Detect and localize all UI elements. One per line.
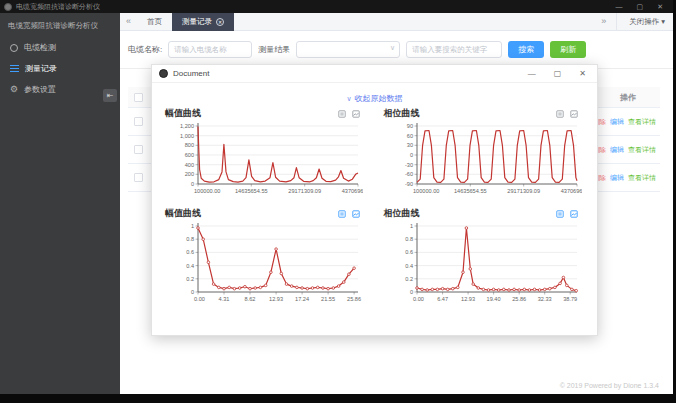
edit-link[interactable]: 编辑	[610, 173, 624, 183]
tabs-scroll-left-icon[interactable]: «	[120, 17, 137, 26]
sidebar-item-label: 参数设置	[24, 84, 56, 95]
svg-text:32.33: 32.33	[537, 296, 551, 302]
svg-text:0.4: 0.4	[405, 263, 413, 269]
svg-text:8.62: 8.62	[245, 296, 256, 302]
cable-name-label: 电缆名称:	[128, 44, 162, 55]
sidebar-item-settings[interactable]: ⚙ 参数设置	[0, 79, 120, 100]
maximize-icon[interactable]: ▢	[637, 3, 644, 10]
minimize-icon[interactable]: —	[616, 3, 623, 10]
save-image-icon[interactable]	[570, 110, 578, 118]
chart-phase-distance: 相位曲线 00.20.40.60.810.006.4712.9319.4025.…	[384, 207, 585, 309]
chevron-down-icon: ∨	[346, 95, 351, 102]
chart-amplitude-frequency: 幅值曲线 02004006008001,0001,200100000.00146…	[165, 107, 366, 201]
svg-text:0.6: 0.6	[405, 249, 413, 255]
chart-plot: -90-60-300306090100000.0014635654.552917…	[384, 121, 582, 197]
chart-amplitude-distance: 幅值曲线 00.20.40.60.810.004.318.6212.9317.2…	[165, 207, 366, 309]
svg-text:0: 0	[409, 289, 412, 295]
svg-text:1,200: 1,200	[180, 123, 194, 129]
chart-title: 幅值曲线	[165, 207, 201, 220]
sidebar-item-cable-detect[interactable]: 电缆检测	[0, 37, 120, 58]
row-checkbox[interactable]	[134, 173, 143, 182]
tab-bar: « 首页 测量记录 ✕ » 关闭操作 ▾	[120, 13, 673, 31]
svg-text:1,000: 1,000	[180, 133, 194, 139]
svg-text:12.93: 12.93	[269, 296, 283, 302]
keyword-input[interactable]	[406, 41, 502, 58]
svg-text:29171309.09: 29171309.09	[288, 188, 321, 194]
sidebar-item-label: 测量记录	[25, 63, 57, 74]
svg-text:14635654.55: 14635654.55	[235, 188, 268, 194]
close-icon[interactable]: ✕	[657, 3, 663, 10]
svg-text:0.2: 0.2	[186, 276, 194, 282]
charts-grid: 幅值曲线 02004006008001,0001,200100000.00146…	[165, 107, 584, 309]
svg-text:25.86: 25.86	[347, 296, 361, 302]
svg-text:0.8: 0.8	[405, 236, 413, 242]
svg-text:0.00: 0.00	[413, 296, 424, 302]
view-detail-link[interactable]: 查看详情	[628, 117, 656, 127]
cable-name-input[interactable]	[168, 41, 252, 58]
svg-text:25.86: 25.86	[512, 296, 526, 302]
svg-text:29171309.09: 29171309.09	[507, 188, 540, 194]
operations-column-header: 操作	[620, 92, 636, 103]
data-view-icon[interactable]	[556, 110, 564, 118]
tab-home[interactable]: 首页	[137, 13, 172, 31]
svg-text:0: 0	[191, 181, 194, 187]
chart-title: 相位曲线	[384, 207, 420, 220]
tab-label: 测量记录	[182, 13, 212, 31]
data-view-icon[interactable]	[338, 210, 346, 218]
tab-close-icon[interactable]: ✕	[216, 18, 224, 26]
sidebar-item-measure-records[interactable]: 测量记录	[0, 58, 120, 79]
svg-text:100000.00: 100000.00	[194, 188, 220, 194]
tabs-scroll-right-icon[interactable]: »	[595, 17, 612, 26]
sidebar-collapse-icon[interactable]: ⇤	[103, 89, 117, 102]
svg-text:-30: -30	[404, 162, 412, 168]
svg-text:60: 60	[406, 133, 412, 139]
save-image-icon[interactable]	[570, 210, 578, 218]
svg-text:90: 90	[406, 123, 412, 129]
svg-text:38.79: 38.79	[563, 296, 577, 302]
sidebar-item-label: 电缆检测	[24, 42, 56, 53]
svg-text:1: 1	[409, 223, 412, 229]
dialog-minimize-icon[interactable]: —	[528, 70, 536, 78]
footer-credit: © 2019 Powered by Dione 1.3.4	[560, 382, 659, 389]
svg-text:-90: -90	[404, 181, 412, 187]
tab-measure-records[interactable]: 测量记录 ✕	[172, 13, 234, 31]
row-checkbox[interactable]	[134, 145, 143, 154]
refresh-button[interactable]: 刷新	[550, 41, 586, 58]
svg-text:19.40: 19.40	[486, 296, 500, 302]
edit-link[interactable]: 编辑	[610, 117, 624, 127]
data-view-icon[interactable]	[556, 210, 564, 218]
view-detail-link[interactable]: 查看详情	[628, 145, 656, 155]
dialog-titlebar[interactable]: Document — ▢ ✕	[152, 65, 597, 83]
dialog-maximize-icon[interactable]: ▢	[554, 70, 562, 78]
select-all-checkbox[interactable]	[134, 93, 143, 102]
list-icon	[10, 65, 19, 73]
row-checkbox[interactable]	[134, 117, 143, 126]
svg-text:4.31: 4.31	[219, 296, 230, 302]
dialog-close-icon[interactable]: ✕	[579, 70, 586, 78]
measure-result-select[interactable]: ∨	[296, 41, 400, 58]
svg-text:21.55: 21.55	[321, 296, 335, 302]
svg-text:43706963.64: 43706963.64	[560, 188, 581, 194]
collapse-raw-data-link[interactable]: ∨收起原始数据	[346, 94, 402, 103]
gear-icon: ⚙	[10, 85, 18, 94]
save-image-icon[interactable]	[352, 210, 360, 218]
view-detail-link[interactable]: 查看详情	[628, 173, 656, 183]
svg-text:30: 30	[406, 142, 412, 148]
chart-plot: 00.20.40.60.810.006.4712.9319.4025.8632.…	[384, 221, 582, 305]
dialog-logo-icon	[159, 69, 168, 78]
data-view-icon[interactable]	[338, 110, 346, 118]
app-logo-icon	[4, 3, 12, 11]
search-button[interactable]: 搜索	[508, 41, 544, 58]
svg-text:0.4: 0.4	[186, 263, 194, 269]
window-title: 电缆宽频阻抗谱诊断分析仪	[16, 2, 100, 12]
svg-text:1: 1	[191, 223, 194, 229]
save-image-icon[interactable]	[352, 110, 360, 118]
close-operations-dropdown[interactable]: 关闭操作 ▾	[621, 17, 673, 27]
svg-text:0.00: 0.00	[194, 296, 205, 302]
collapse-link-label: 收起原始数据	[355, 94, 403, 103]
svg-text:-60: -60	[404, 171, 412, 177]
caret-down-icon: ▾	[661, 17, 665, 26]
close-operations-label: 关闭操作	[629, 17, 659, 26]
edit-link[interactable]: 编辑	[610, 145, 624, 155]
svg-text:600: 600	[185, 152, 194, 158]
